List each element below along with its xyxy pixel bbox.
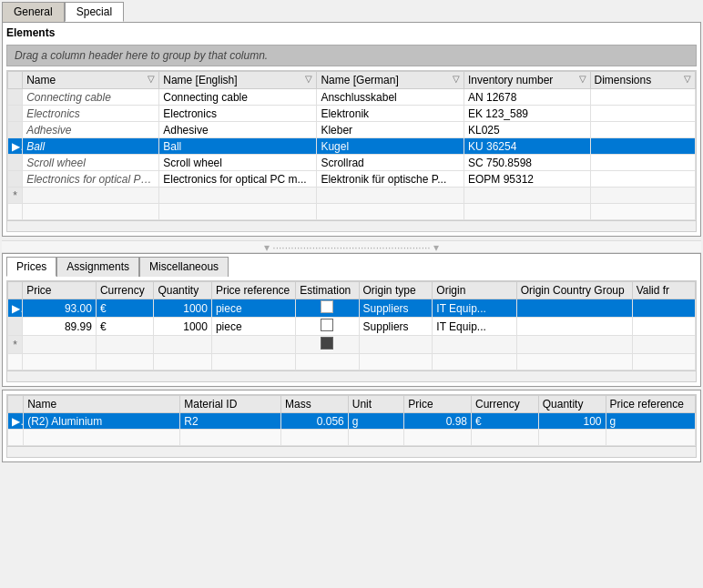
col-origin[interactable]: Origin — [433, 282, 516, 299]
cell-mat-name[interactable]: (R2) Aluminium — [24, 413, 180, 430]
col-valid-from[interactable]: Valid fr — [632, 282, 695, 299]
table-row[interactable]: Adhesive Adhesive Kleber KL025 — [8, 122, 696, 138]
cell-origin[interactable]: IT Equip... — [433, 318, 516, 336]
price-row-1[interactable]: ▶ 93.00 € 1000 piece Suppliers IT Equip.… — [8, 299, 696, 318]
col-currency[interactable]: Currency — [96, 282, 153, 299]
col-country-group[interactable]: Origin Country Group — [516, 282, 632, 299]
col-dimensions[interactable]: Dimensions ▽ — [590, 72, 695, 89]
cell-inv-num[interactable]: KL025 — [464, 122, 590, 138]
table-new-row[interactable]: * — [8, 188, 696, 204]
cell-price[interactable]: 89.99 — [23, 318, 97, 336]
filter-icon-name[interactable]: ▽ — [148, 74, 155, 84]
cell-name-en[interactable]: Scroll wheel — [159, 155, 317, 171]
col-estimation[interactable]: Estimation — [296, 282, 359, 299]
cell-origin[interactable]: IT Equip... — [433, 299, 516, 318]
cell-country-group[interactable] — [516, 318, 632, 336]
cell-name-de[interactable]: Anschlusskabel — [317, 89, 464, 106]
cell-inv-num[interactable]: AN 12678 — [464, 89, 590, 106]
col-inv-num[interactable]: Inventory number ▽ — [464, 72, 590, 89]
cell-quantity[interactable]: 1000 — [154, 299, 211, 318]
price-new-row[interactable]: * — [8, 336, 696, 354]
filter-icon-inv[interactable]: ▽ — [579, 74, 586, 84]
cell-inv-num[interactable]: EK 123_589 — [464, 106, 590, 122]
col-price-ref[interactable]: Price reference — [211, 282, 295, 299]
cell-origin-type[interactable]: Suppliers — [359, 299, 433, 318]
cell-name-en[interactable]: Electronics for optical PC m... — [159, 171, 317, 188]
filter-icon-de[interactable]: ▽ — [453, 74, 460, 84]
cell-price-ref[interactable]: piece — [211, 299, 295, 318]
tab-special[interactable]: Special — [65, 2, 124, 22]
col-mat-price[interactable]: Price — [404, 396, 472, 413]
tab-miscellaneous[interactable]: Miscellaneous — [139, 257, 229, 277]
estimation-checkbox[interactable] — [321, 319, 333, 331]
table-row-selected[interactable]: ▶ Ball Ball Kugel KU 36254 — [8, 138, 696, 155]
cell-name[interactable]: Electronics for optical PC... — [23, 171, 159, 188]
cell-dim[interactable] — [590, 122, 695, 138]
cell-valid-from[interactable] — [632, 318, 695, 336]
cell-name[interactable]: Electronics — [23, 106, 159, 122]
cell-unit[interactable]: g — [348, 413, 403, 430]
cell-name-de[interactable]: Kleber — [317, 122, 464, 138]
col-price[interactable]: Price — [23, 282, 97, 299]
cell-name-en[interactable]: Adhesive — [159, 122, 317, 138]
material-row-1[interactable]: ▶ (R2) Aluminium R2 0.056 g 0.98 € 100 g — [8, 413, 696, 430]
cell-name-en-new[interactable] — [159, 188, 317, 204]
col-mat-id[interactable]: Material ID — [180, 396, 281, 413]
col-mat-price-ref[interactable]: Price reference — [606, 396, 695, 413]
cell-estimation[interactable] — [296, 318, 359, 336]
cell-name[interactable]: Scroll wheel — [23, 155, 159, 171]
cell-valid-from[interactable] — [632, 299, 695, 318]
cell-country-group[interactable] — [516, 299, 632, 318]
cell-name-de[interactable]: Elektronik für optische P... — [317, 171, 464, 188]
table-row[interactable]: Connecting cable Connecting cable Anschl… — [8, 89, 696, 106]
cell-name[interactable]: Connecting cable — [23, 89, 159, 106]
tab-assignments[interactable]: Assignments — [56, 257, 139, 277]
cell-mat-quantity[interactable]: 100 — [538, 413, 606, 430]
table-row[interactable]: Electronics for optical PC... Electronic… — [8, 171, 696, 188]
cell-mat-currency[interactable]: € — [472, 413, 539, 430]
tab-prices[interactable]: Prices — [6, 257, 56, 277]
col-name-de[interactable]: Name [German] ▽ — [317, 72, 464, 89]
cell-name-new[interactable] — [23, 188, 159, 204]
col-mat-quantity[interactable]: Quantity — [538, 396, 606, 413]
col-mat-name[interactable]: Name — [24, 396, 180, 413]
cell-name-de[interactable]: Scrollrad — [317, 155, 464, 171]
cell-mat-price-ref[interactable]: g — [606, 413, 695, 430]
filter-icon-dim[interactable]: ▽ — [684, 74, 691, 84]
prices-scrollbar[interactable] — [6, 371, 697, 382]
col-mat-currency[interactable]: Currency — [472, 396, 539, 413]
cell-currency[interactable]: € — [96, 318, 153, 336]
cell-currency[interactable]: € — [96, 299, 153, 318]
cell-inv-num[interactable]: SC 750.8598 — [464, 155, 590, 171]
col-unit[interactable]: Unit — [348, 396, 403, 413]
cell-price[interactable]: 93.00 — [23, 299, 97, 318]
cell-dim-new[interactable] — [590, 188, 695, 204]
col-origin-type[interactable]: Origin type — [359, 282, 433, 299]
estimation-checkbox[interactable] — [321, 300, 333, 313]
cell-dim[interactable] — [590, 171, 695, 188]
new-estimation-checkbox[interactable] — [321, 337, 333, 350]
cell-name[interactable]: Adhesive — [23, 122, 159, 138]
cell-name-de[interactable]: Elektronik — [317, 106, 464, 122]
materials-scrollbar[interactable] — [6, 447, 697, 458]
cell-name-de[interactable]: Kugel — [317, 138, 464, 155]
cell-dim[interactable] — [590, 106, 695, 122]
cell-name-en[interactable]: Ball — [159, 138, 317, 155]
cell-mat-price[interactable]: 0.98 — [404, 413, 472, 430]
tab-general[interactable]: General — [2, 2, 65, 22]
cell-name[interactable]: Ball — [23, 138, 159, 155]
cell-name-en[interactable]: Electronics — [159, 106, 317, 122]
cell-inv-num[interactable]: KU 36254 — [464, 138, 590, 155]
col-name-en[interactable]: Name [English] ▽ — [159, 72, 317, 89]
cell-mat-id[interactable]: R2 — [180, 413, 281, 430]
cell-name-de-new[interactable] — [317, 188, 464, 204]
filter-icon-en[interactable]: ▽ — [305, 74, 312, 84]
table-row[interactable]: Electronics Electronics Elektronik EK 12… — [8, 106, 696, 122]
cell-name-en[interactable]: Connecting cable — [159, 89, 317, 106]
cell-price-ref[interactable]: piece — [211, 318, 295, 336]
col-mass[interactable]: Mass — [281, 396, 349, 413]
price-row-2[interactable]: 89.99 € 1000 piece Suppliers IT Equip... — [8, 318, 696, 336]
table-row[interactable]: Scroll wheel Scroll wheel Scrollrad SC 7… — [8, 155, 696, 171]
col-quantity[interactable]: Quantity — [154, 282, 211, 299]
elements-scrollbar[interactable] — [6, 221, 697, 232]
